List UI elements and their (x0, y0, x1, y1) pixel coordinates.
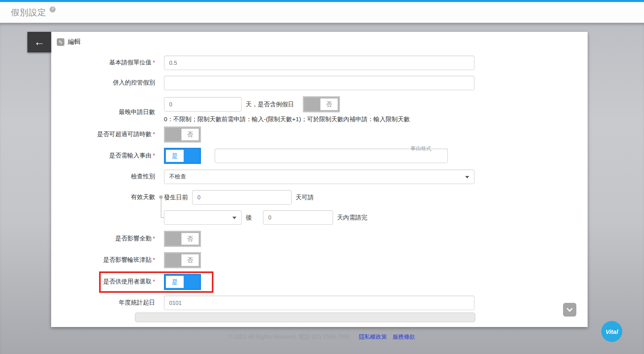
page-title: 假別設定 (11, 7, 46, 18)
toggle-knob: 是 (166, 276, 184, 288)
partial-next-field (135, 313, 475, 322)
exceed-hours-label: 是否可超過可請時數* (51, 126, 155, 138)
user-selectable-label: 是否供使用者選取* (51, 274, 155, 286)
leave-settings-form: 基本請假單位值* 併入的控管假別 最晚申請日數 天，是否含例假日 (51, 52, 588, 322)
basic-unit-input[interactable] (164, 56, 474, 70)
chevron-down-icon (567, 306, 573, 312)
connector-dot (159, 195, 163, 199)
scroll-down-button[interactable] (563, 303, 576, 317)
chevron-down-icon (232, 217, 236, 219)
row-affect-attendance: 是否影響全勤* 否 (51, 231, 588, 247)
affect-attendance-label: 是否影響全勤* (51, 231, 155, 242)
page-footer: © GSS All Rights Reseved. 電話 (02) 2586-7… (0, 333, 644, 341)
reason-required-toggle[interactable]: 是 (164, 148, 201, 164)
panel-title: 編輯 (68, 38, 81, 46)
latest-apply-helper-text: 0：不限制；限制天數前需申請：輸入-(限制天數+1)；可於限制天數內補申請：輸入… (164, 115, 432, 123)
required-asterisk: * (153, 130, 155, 137)
row-gender-check: 檢查性別 不檢查 (51, 170, 588, 184)
required-asterisk: * (153, 152, 155, 159)
row-annual-start: 年度統計起日 (51, 296, 588, 310)
edit-panel: ✎ 編輯 基本請假單位值* 併入的控管假別 最晚申請日數 (51, 32, 588, 327)
edit-pencil-icon: ✎ (57, 38, 64, 46)
required-asterisk: * (153, 278, 155, 285)
row-control-leave: 併入的控管假別 (51, 76, 588, 90)
valid-days-label: 有效天數 (51, 190, 155, 201)
toggle-knob: 否 (320, 98, 338, 110)
annual-start-input[interactable] (164, 296, 474, 310)
before-date-text: 發生日前 (164, 194, 188, 201)
latest-apply-input[interactable] (164, 97, 242, 112)
label-line-right (434, 149, 448, 149)
after-suffix-text: 天內需請完 (337, 214, 367, 222)
toggle-knob: 否 (181, 128, 199, 141)
valid-days-after-select[interactable] (164, 210, 242, 225)
valid-days-after-input[interactable] (263, 210, 333, 225)
affect-shift-allowance-toggle[interactable]: 否 (164, 252, 201, 268)
control-leave-label: 併入的控管假別 (51, 76, 155, 87)
control-leave-input[interactable] (164, 76, 474, 90)
connector-vertical-line (161, 199, 162, 217)
gender-check-value: 不檢查 (169, 173, 186, 180)
row-user-selectable: 是否供使用者選取* 是 (51, 274, 588, 290)
required-asterisk: * (153, 59, 155, 66)
row-reason-required: 是否需輸入事由* 是 事由格式 (51, 148, 588, 164)
before-suffix-text: 天可請 (296, 194, 314, 201)
reason-required-label: 是否需輸入事由* (51, 148, 155, 159)
affect-attendance-toggle[interactable]: 否 (164, 231, 201, 247)
footer-links: 隱私權政策 服務條款 (359, 333, 415, 341)
valid-days-before-input[interactable] (192, 190, 292, 205)
page-header: 假別設定 ? (0, 2, 644, 23)
gender-check-label: 檢查性別 (51, 170, 155, 180)
required-asterisk: * (153, 256, 155, 263)
required-asterisk: * (153, 235, 155, 242)
latest-apply-label: 最晚申請日數 (51, 96, 155, 116)
affect-shift-allowance-label: 是否影響輪班津貼* (51, 252, 155, 264)
row-basic-unit: 基本請假單位值* (51, 56, 588, 70)
reason-format-field: 事由格式 (215, 149, 448, 163)
toggle-knob: 否 (181, 233, 199, 245)
row-exceed-hours: 是否可超過可請時數* 否 (51, 126, 588, 143)
latest-apply-suffix: 天，是否含例假日 (246, 101, 294, 108)
screen: 假別設定 ? ← ✎ 編輯 基本請假單位值* 併入的控管假別 (0, 0, 644, 354)
vital-logo[interactable]: Vital (601, 321, 622, 342)
vital-logo-text: Vital (605, 328, 618, 335)
terms-of-service-link[interactable]: 服務條款 (393, 333, 415, 341)
label-line-left (379, 149, 408, 149)
copyright-text: © GSS All Rights Reseved. 電話 (02) 2586-7… (229, 333, 350, 341)
toggle-knob: 否 (181, 254, 199, 266)
top-accent-bar (0, 0, 644, 2)
basic-unit-label: 基本請假單位值* (51, 56, 155, 66)
row-valid-days: 有效天數 發生日前 天可請 後 (51, 190, 588, 225)
include-holiday-toggle[interactable]: 否 (303, 96, 340, 112)
after-text: 後 (246, 214, 252, 222)
arrow-left-icon: ← (34, 36, 45, 48)
row-latest-apply: 最晚申請日數 天，是否含例假日 否 0：不限制；限制天數前需申請：輸入-(限制天… (51, 96, 588, 123)
exceed-hours-toggle[interactable]: 否 (164, 126, 201, 143)
gender-check-select[interactable]: 不檢查 (164, 170, 474, 184)
privacy-policy-link[interactable]: 隱私權政策 (359, 333, 387, 341)
annual-start-label: 年度統計起日 (51, 296, 155, 306)
panel-header: ✎ 編輯 (51, 32, 588, 52)
chevron-down-icon (465, 176, 469, 178)
help-icon[interactable]: ? (50, 6, 56, 12)
toggle-knob: 是 (166, 150, 184, 162)
user-selectable-toggle[interactable]: 是 (164, 274, 201, 290)
row-affect-shift-allowance: 是否影響輪班津貼* 否 (51, 252, 588, 268)
back-button[interactable]: ← (27, 32, 51, 52)
reason-format-floating-label: 事由格式 (379, 145, 448, 152)
